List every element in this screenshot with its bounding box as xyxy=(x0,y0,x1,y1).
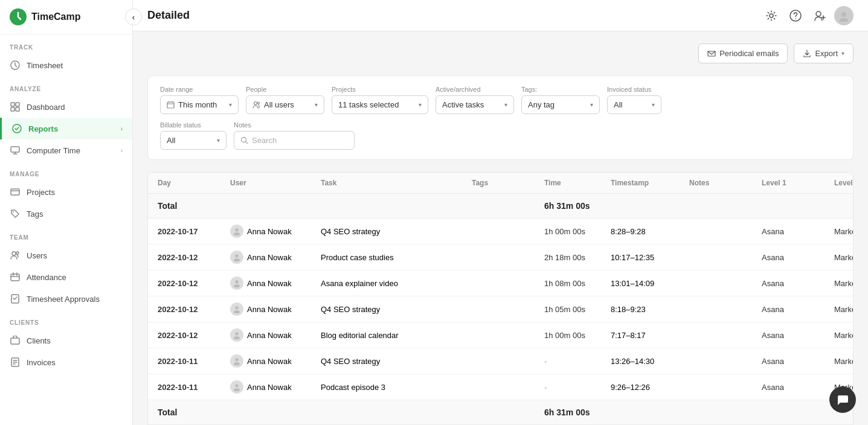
user-avatar-small xyxy=(230,251,243,264)
row-user-name: Anna Nowak xyxy=(247,383,292,392)
invoiced-status-filter: Invoiced status All ▾ xyxy=(607,86,661,114)
row-level2: Marketing xyxy=(834,279,854,288)
sidebar-item-dashboard[interactable]: Dashboard xyxy=(0,96,132,118)
user-avatar-small xyxy=(230,276,243,290)
periodical-emails-label: Periodical emails xyxy=(719,49,779,58)
svg-point-34 xyxy=(234,310,240,313)
active-archived-select[interactable]: Active tasks ▾ xyxy=(436,95,514,114)
row-date: 2022-10-17 xyxy=(158,227,230,236)
billable-status-label: Billable status xyxy=(160,121,227,129)
projects-filter: Projects 11 tasks selected ▾ xyxy=(332,86,428,114)
chat-button[interactable] xyxy=(829,386,856,413)
date-range-select[interactable]: This month ▾ xyxy=(160,95,239,114)
svg-point-38 xyxy=(234,362,240,365)
svg-rect-7 xyxy=(11,147,19,152)
logo-text: TimeCamp xyxy=(31,11,81,22)
total-time-bottom: 6h 31m 00s xyxy=(544,407,611,417)
section-label-track: TRACK xyxy=(0,34,132,54)
sidebar-item-clients[interactable]: Clients xyxy=(0,330,132,351)
row-user: Anna Nowak xyxy=(230,225,321,238)
invoiced-status-select[interactable]: All ▾ xyxy=(607,95,661,114)
total-row-bottom: Total 6h 31m 00s xyxy=(148,400,853,425)
projects-value: 11 tasks selected xyxy=(338,100,399,109)
sidebar-item-attendance-label: Attendance xyxy=(27,273,66,282)
total-time-top: 6h 31m 00s xyxy=(544,201,611,211)
sidebar-item-attendance[interactable]: Attendance xyxy=(0,266,132,288)
svg-point-29 xyxy=(235,254,238,257)
projects-label: Projects xyxy=(332,86,428,93)
svg-rect-2 xyxy=(11,103,14,106)
logo-area: TimeCamp xyxy=(0,0,132,34)
users-icon xyxy=(10,250,21,261)
total-label-bottom: Total xyxy=(158,407,230,417)
table-row: 2022-10-12 Anna Nowak Product case studi… xyxy=(148,244,853,270)
sidebar-item-invoices[interactable]: Invoices xyxy=(0,351,132,373)
billable-status-value: All xyxy=(167,136,175,145)
projects-caret-icon: ▾ xyxy=(419,101,422,108)
sidebar-item-timesheet[interactable]: Timesheet xyxy=(0,54,132,76)
tags-select[interactable]: Any tag ▾ xyxy=(521,95,600,114)
sidebar-item-projects[interactable]: Projects xyxy=(0,181,132,203)
table-row: 2022-10-12 Anna Nowak Q4 SEO strategy 1h… xyxy=(148,296,853,322)
export-icon xyxy=(803,50,811,58)
billable-status-select[interactable]: All ▾ xyxy=(160,131,227,150)
filters-panel: Date range This month ▾ People All users… xyxy=(147,75,854,160)
svg-point-30 xyxy=(234,258,240,261)
people-filter: People All users ▾ xyxy=(246,86,324,114)
col-tags: Tags xyxy=(472,179,544,187)
sidebar-item-tags-label: Tags xyxy=(27,209,43,219)
row-user: Anna Nowak xyxy=(230,302,321,316)
tags-icon xyxy=(10,208,21,219)
row-task: Q4 SEO strategy xyxy=(321,305,472,314)
mail-icon xyxy=(707,50,716,58)
sidebar-item-dashboard-label: Dashboard xyxy=(27,103,65,112)
sidebar-item-tags[interactable]: Tags xyxy=(0,203,132,225)
projects-select[interactable]: 11 tasks selected ▾ xyxy=(332,95,428,114)
topbar-actions xyxy=(762,6,854,25)
topbar: Detailed xyxy=(133,0,868,31)
col-task: Task xyxy=(321,179,472,187)
svg-point-9 xyxy=(13,211,14,212)
col-level2: Level 2 xyxy=(834,179,854,187)
col-day: Day xyxy=(158,179,230,187)
svg-point-28 xyxy=(234,232,240,235)
sidebar-item-timesheet-approvals[interactable]: Timesheet Approvals xyxy=(0,288,132,310)
svg-rect-12 xyxy=(11,274,19,281)
clients-icon xyxy=(10,335,21,346)
svg-point-10 xyxy=(12,252,16,255)
row-time: 1h 08m 00s xyxy=(544,279,611,288)
row-user: Anna Nowak xyxy=(230,354,321,368)
row-timestamp: 8:18–9:23 xyxy=(611,305,689,314)
row-level1: Asana xyxy=(762,357,834,366)
people-icon xyxy=(252,101,260,109)
col-time: Time xyxy=(544,179,611,187)
sidebar-item-computer-time[interactable]: Computer Time › xyxy=(0,139,132,161)
total-row-top: Total 6h 31m 00s xyxy=(148,194,853,219)
people-select[interactable]: All users ▾ xyxy=(246,95,324,114)
periodical-emails-button[interactable]: Periodical emails xyxy=(698,43,788,63)
row-user-name: Anna Nowak xyxy=(247,357,292,366)
row-user-name: Anna Nowak xyxy=(247,305,292,314)
notes-filter: Notes Search xyxy=(234,121,355,150)
sidebar-item-invoices-label: Invoices xyxy=(27,358,56,367)
help-button[interactable] xyxy=(786,6,805,25)
row-timestamp: 8:28–9:28 xyxy=(611,227,689,236)
main-content: Detailed Periodical emails xyxy=(133,0,868,425)
user-avatar[interactable] xyxy=(834,6,854,25)
settings-button[interactable] xyxy=(762,6,781,25)
row-user-name: Anna Nowak xyxy=(247,253,292,262)
sidebar-item-users[interactable]: Users xyxy=(0,244,132,266)
people-label: People xyxy=(246,86,324,93)
notes-search-input[interactable]: Search xyxy=(234,131,355,150)
col-user: User xyxy=(230,179,321,187)
row-time: 1h 05m 00s xyxy=(544,305,611,314)
filter-row-1: Date range This month ▾ People All users… xyxy=(160,86,841,114)
row-task: Asana explainer video xyxy=(321,279,472,288)
export-button[interactable]: Export ▾ xyxy=(794,43,854,63)
invoices-icon xyxy=(10,357,21,368)
sidebar-item-reports[interactable]: Reports › xyxy=(0,118,132,139)
add-user-button[interactable] xyxy=(810,6,829,25)
sidebar-item-projects-label: Projects xyxy=(27,188,55,197)
date-range-value: This month xyxy=(178,100,217,109)
sidebar-item-clients-label: Clients xyxy=(27,336,51,345)
